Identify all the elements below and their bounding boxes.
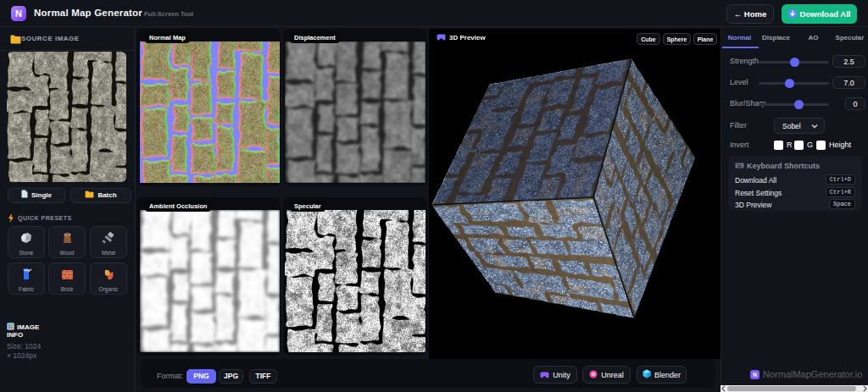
svg-text:N: N (753, 372, 757, 378)
